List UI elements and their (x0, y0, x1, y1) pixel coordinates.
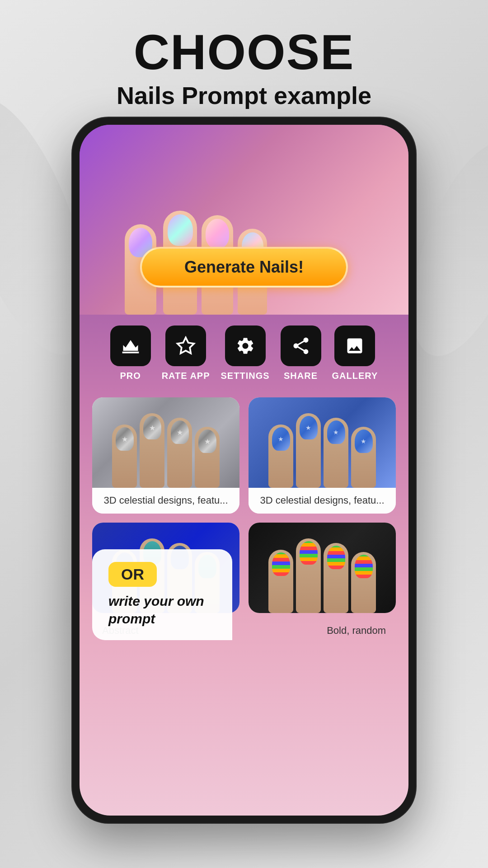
crown-icon (121, 336, 141, 356)
gallery-grid-bottom: OR write your own prompt Abstract Bold, … (80, 514, 408, 640)
g-nail-6 (300, 416, 318, 439)
g-nail-16 (355, 555, 373, 578)
star-icon (176, 336, 196, 356)
action-pro[interactable]: PRO (110, 326, 151, 381)
g-finger-8 (351, 427, 376, 488)
generate-button[interactable]: Generate Nails! (140, 247, 348, 288)
g-finger-6 (296, 413, 321, 488)
or-prompt-text: write your own prompt (108, 592, 216, 627)
g-finger-5 (268, 425, 293, 488)
settings-icon-box (225, 326, 266, 366)
page-title: CHOOSE (0, 27, 488, 77)
g-finger-1 (112, 425, 137, 488)
or-overlay: OR write your own prompt (92, 549, 232, 640)
share-icon-box (281, 326, 321, 366)
g-finger-4 (195, 427, 220, 488)
gallery-image-4 (249, 523, 396, 613)
g-nail-2 (143, 416, 161, 439)
gallery-grid-top: 3D celestial designs, featu... (80, 388, 408, 514)
page-subtitle: Nails Prompt example (0, 81, 488, 109)
action-share[interactable]: SHARE (281, 326, 321, 381)
pro-label: PRO (120, 371, 141, 381)
action-bar: PRO RATE APP (80, 315, 408, 388)
gallery-item-4[interactable] (249, 523, 396, 613)
g-finger-15 (324, 543, 348, 613)
action-rate-app[interactable]: RATE APP (162, 326, 210, 381)
rate-app-icon-box (165, 326, 206, 366)
page-header: CHOOSE Nails Prompt example (0, 0, 488, 127)
gallery-item-1[interactable]: 3D celestial designs, featu... (92, 397, 239, 514)
g-nail-14 (300, 541, 318, 565)
phone-frame: Generate Nails! PRO (72, 118, 416, 823)
phone-screen: Generate Nails! PRO (80, 125, 408, 816)
gallery-image-2 (249, 397, 396, 488)
g-nail-7 (327, 420, 345, 444)
gear-icon (235, 336, 255, 356)
action-settings[interactable]: SETTINGS (221, 326, 270, 381)
generate-button-label: Generate Nails! (184, 258, 304, 277)
pro-icon-box (110, 326, 151, 366)
or-badge: OR (108, 562, 157, 587)
settings-label: SETTINGS (221, 371, 270, 381)
g-nail-3 (171, 420, 189, 444)
gallery-image-1 (92, 397, 239, 488)
g-nail-5 (272, 427, 290, 451)
nail-2 (168, 214, 193, 246)
phone-mockup: Generate Nails! PRO (72, 118, 416, 823)
g-nail-1 (116, 427, 134, 451)
rate-app-label: RATE APP (162, 371, 210, 381)
g-finger-13 (268, 550, 293, 613)
gallery-caption-2: 3D celestial designs, featu... (249, 488, 396, 514)
hero-image: Generate Nails! (80, 125, 408, 315)
gallery-icon-box (334, 326, 375, 366)
gallery-item-2[interactable]: 3D celestial designs, featu... (249, 397, 396, 514)
bottom-caption-right: Bold, random (327, 625, 386, 637)
g-nail-4 (198, 429, 216, 453)
nail-3 (206, 219, 229, 248)
g-nail-8 (355, 429, 373, 453)
action-gallery[interactable]: GALLERY (332, 326, 378, 381)
g-finger-16 (351, 552, 376, 613)
share-icon (291, 336, 311, 356)
g-finger-3 (167, 418, 192, 488)
g-nail-13 (272, 552, 290, 576)
image-icon (345, 336, 365, 356)
gallery-caption-1: 3D celestial designs, featu... (92, 488, 239, 514)
g-nail-15 (327, 546, 345, 569)
share-label: SHARE (284, 371, 318, 381)
g-finger-7 (324, 418, 348, 488)
g-finger-2 (140, 413, 164, 488)
gallery-label: GALLERY (332, 371, 378, 381)
g-finger-14 (296, 538, 321, 613)
